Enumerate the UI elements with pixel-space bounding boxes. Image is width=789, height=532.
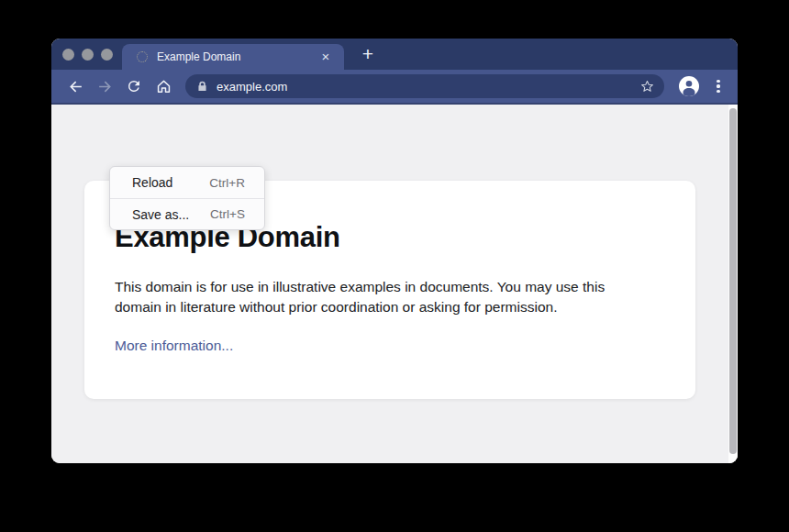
menu-item-label: Reload xyxy=(132,175,172,190)
traffic-lights xyxy=(62,49,113,61)
kebab-dot xyxy=(717,84,719,87)
tab-title: Example Domain xyxy=(157,50,318,63)
browser-tab[interactable]: Example Domain × xyxy=(122,44,344,70)
browser-menu-button[interactable] xyxy=(710,76,727,96)
forward-button[interactable] xyxy=(94,75,116,97)
menu-item-shortcut: Ctrl+R xyxy=(209,176,245,190)
kebab-dot xyxy=(717,90,719,93)
maximize-window-button[interactable] xyxy=(101,49,113,61)
scrollbar-track[interactable] xyxy=(728,105,738,463)
address-bar[interactable]: example.com xyxy=(185,74,664,98)
menu-item-label: Save as... xyxy=(132,207,189,222)
back-button[interactable] xyxy=(64,75,86,97)
new-tab-button[interactable]: + xyxy=(356,42,380,66)
more-information-link[interactable]: More information... xyxy=(115,338,233,354)
minimize-window-button[interactable] xyxy=(82,49,94,61)
bookmark-star-icon[interactable] xyxy=(639,79,655,94)
title-bar: Example Domain × + xyxy=(51,39,738,70)
arrow-back-icon xyxy=(67,78,84,95)
context-menu-item-reload[interactable]: Reload Ctrl+R xyxy=(110,167,264,198)
context-menu-item-save-as[interactable]: Save as... Ctrl+S xyxy=(110,198,264,229)
tab-close-icon[interactable]: × xyxy=(318,50,333,64)
browser-window: Example Domain × + xyxy=(51,39,738,463)
kebab-dot xyxy=(717,80,719,83)
menu-item-shortcut: Ctrl+S xyxy=(210,207,245,221)
lock-icon xyxy=(196,80,208,93)
page-viewport: Example Domain This domain is for use in… xyxy=(51,105,738,463)
context-menu: Reload Ctrl+R Save as... Ctrl+S xyxy=(109,166,265,230)
home-icon xyxy=(155,78,172,95)
close-window-button[interactable] xyxy=(62,49,74,61)
reload-icon xyxy=(126,78,142,94)
globe-favicon-icon xyxy=(137,51,148,62)
page-paragraph: This domain is for use in illustrative e… xyxy=(115,277,645,317)
home-button[interactable] xyxy=(152,75,174,97)
arrow-forward-icon xyxy=(96,78,114,95)
profile-avatar-button[interactable] xyxy=(679,76,699,96)
browser-toolbar: example.com xyxy=(51,70,738,105)
scrollbar-thumb[interactable] xyxy=(729,108,737,454)
reload-button[interactable] xyxy=(123,75,145,97)
person-icon xyxy=(679,76,699,96)
url-text: example.com xyxy=(217,80,639,94)
